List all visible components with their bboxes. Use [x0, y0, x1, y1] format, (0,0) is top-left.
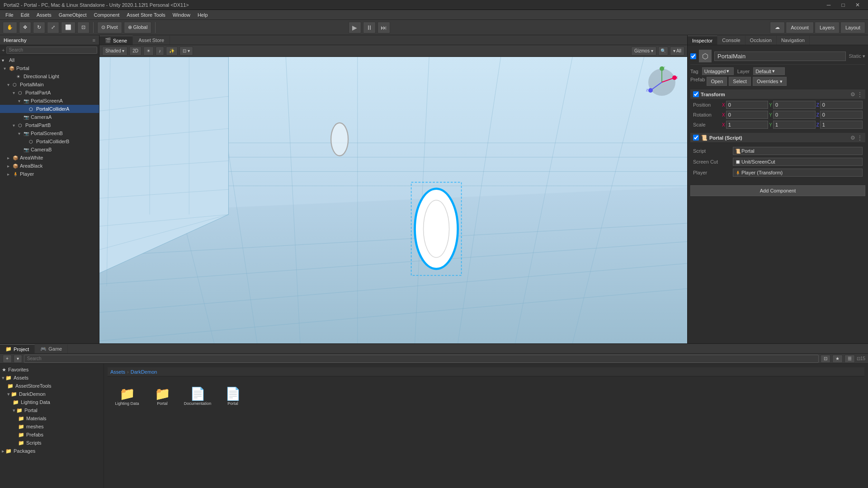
transform-section-header[interactable]: Transform ⚙ ⋮ [690, 89, 865, 99]
transform-active-check[interactable] [693, 91, 699, 97]
file-documentation[interactable]: 📄 Documentation [182, 380, 213, 412]
breadcrumb-darkdemon[interactable]: DarkDemon [131, 369, 157, 375]
all-dropdown[interactable]: ▾ All [670, 47, 684, 56]
pos-y-field[interactable]: 0 [773, 101, 816, 109]
scene-view-options[interactable]: ⊡ ▾ [179, 47, 193, 56]
layout-button[interactable]: Layout [840, 22, 865, 33]
proj-prefabs[interactable]: 📁 Prefabs [0, 431, 104, 439]
hier-partA[interactable]: ▾ ⬡ PortalPartA [0, 89, 99, 97]
screencut-value-field[interactable]: 🔲 Unit/ScreenCut [733, 158, 863, 166]
proj-portal-folder[interactable]: ▾ 📁 Portal [0, 406, 104, 414]
hier-cameraA[interactable]: 📷 CameraA [0, 113, 99, 121]
portal-script-more-icon[interactable]: ⋮ [857, 135, 863, 141]
hier-directionallight[interactable]: ☀ Directional Light [0, 72, 99, 80]
project-options-btn[interactable]: ⊡ [821, 355, 830, 363]
2d-toggle[interactable]: 2D [129, 47, 142, 56]
tab-game[interactable]: 🎮Game [35, 344, 68, 353]
scene-view[interactable]: Y X Z [99, 57, 687, 343]
tab-scene[interactable]: 🎬Scene [99, 36, 133, 45]
gizmos-dropdown[interactable]: Gizmos ▾ [631, 47, 656, 56]
hierarchy-search[interactable] [6, 47, 97, 54]
menu-gameobject[interactable]: GameObject [55, 10, 90, 20]
maximize-button[interactable]: □ [836, 0, 850, 10]
step-button[interactable]: ⏭ [377, 22, 390, 33]
menu-edit[interactable]: Edit [17, 10, 33, 20]
hier-screenB[interactable]: ▾ 📷 PortalScreenB [0, 129, 99, 137]
tool-multi[interactable]: ⊡ [77, 22, 90, 33]
tag-dropdown[interactable]: Untagged ▾ [702, 67, 734, 75]
tab-console[interactable]: Console [717, 36, 745, 45]
proj-materials[interactable]: 📁 Materials [0, 414, 104, 422]
tab-project[interactable]: 📁Project [0, 344, 35, 353]
hierarchy-menu-icon[interactable]: ≡ [93, 38, 95, 43]
add-component-button[interactable]: Add Component [690, 185, 865, 196]
hier-areablack[interactable]: ▸ 📦 AreaBlack [0, 162, 99, 170]
menu-file[interactable]: File [2, 10, 17, 20]
rot-y-field[interactable]: 0 [773, 111, 816, 119]
portal-script-section-header[interactable]: 📜 Portal (Script) ⚙ ⋮ [690, 133, 865, 143]
hier-areawhite[interactable]: ▸ 📦 AreaWhite [0, 154, 99, 162]
rot-x-field[interactable]: 0 [726, 111, 769, 119]
menu-assetstoretools[interactable]: Asset Store Tools [123, 10, 169, 20]
script-value-field[interactable]: 📜 Portal [733, 147, 863, 155]
shading-dropdown[interactable]: Shaded ▾ [102, 47, 127, 56]
tool-rotate[interactable]: ↻ [33, 22, 45, 33]
scale-y-field[interactable]: 1 [773, 121, 816, 129]
play-button[interactable]: ▶ [349, 22, 361, 33]
close-button[interactable]: ✕ [851, 0, 864, 10]
file-lightingdata[interactable]: 📁 Lighting Data [111, 380, 143, 412]
fx-toggle[interactable]: ✨ [166, 47, 178, 56]
file-portal[interactable]: 📁 Portal [146, 380, 178, 412]
pos-x-field[interactable]: 0 [726, 101, 769, 109]
hier-portalmain[interactable]: ▾ ⬡ PortalMain [0, 80, 99, 89]
proj-packages[interactable]: ▸ 📁 Packages [0, 447, 104, 455]
global-button[interactable]: ⊕ Global [124, 22, 152, 33]
proj-favorites[interactable]: ★ Favorites [0, 366, 104, 374]
hier-portal[interactable]: ▾ 📦 Portal [0, 64, 99, 72]
portal-script-settings-icon[interactable]: ⚙ [850, 135, 855, 141]
tool-move[interactable]: ✥ [19, 22, 31, 33]
file-portal2[interactable]: 📄 Portal [217, 380, 249, 412]
transform-more-icon[interactable]: ⋮ [857, 91, 863, 98]
menu-help[interactable]: Help [194, 10, 212, 20]
hierarchy-add-btn[interactable]: + [2, 47, 5, 53]
pos-z-field[interactable]: 0 [820, 101, 863, 109]
object-name-field[interactable] [714, 52, 846, 61]
portal-script-active-check[interactable] [693, 135, 699, 141]
menu-window[interactable]: Window [169, 10, 194, 20]
breadcrumb-assets[interactable]: Assets [110, 369, 125, 375]
project-add-btn[interactable]: + [3, 355, 12, 363]
hier-scene-all[interactable]: ▾ All [0, 56, 99, 64]
player-value-field[interactable]: 🧍 Player (Transform) [733, 169, 863, 177]
tab-occlusion[interactable]: Occlusion [745, 36, 777, 45]
project-add-dropdown[interactable]: ▾ [14, 355, 22, 363]
hier-player[interactable]: ▸ 🧍 Player [0, 170, 99, 178]
proj-darkdemon[interactable]: ▾ 📁 DarkDemon [0, 390, 104, 398]
tool-rect[interactable]: ⬜ [61, 22, 75, 33]
layers-button[interactable]: Layers [815, 22, 840, 33]
hier-colliderA[interactable]: ⬡ PortalColliderA [0, 105, 99, 113]
pivot-button[interactable]: ⊙ Pivot [97, 22, 122, 33]
proj-meshes[interactable]: 📁 meshes [0, 422, 104, 431]
hier-partB[interactable]: ▾ ⬡ PortalPartB [0, 121, 99, 129]
menu-assets[interactable]: Assets [33, 10, 55, 20]
tab-navigation[interactable]: Navigation [777, 36, 810, 45]
hier-colliderB[interactable]: ⬡ PortalColliderB [0, 137, 99, 145]
scale-z-field[interactable]: 1 [820, 121, 863, 129]
account-button[interactable]: Account [786, 22, 814, 33]
lighting-toggle[interactable]: ☀ [143, 47, 154, 56]
tab-assetstore[interactable]: Asset Store [133, 36, 170, 45]
search-scene[interactable]: 🔍 [658, 47, 668, 56]
minimize-button[interactable]: ─ [822, 0, 835, 10]
layer-dropdown[interactable]: Default ▾ [753, 67, 785, 75]
project-search-input[interactable] [24, 355, 819, 363]
select-button[interactable]: Select [729, 77, 751, 86]
scale-x-field[interactable]: 1 [726, 121, 769, 129]
project-fav-btn[interactable]: ★ [832, 355, 843, 363]
rot-z-field[interactable]: 0 [820, 111, 863, 119]
overrides-button[interactable]: Overrides ▾ [753, 77, 787, 86]
tool-scale[interactable]: ⤢ [47, 22, 59, 33]
proj-lightingdata[interactable]: 📁 Lighting Data [0, 398, 104, 406]
transform-settings-icon[interactable]: ⚙ [850, 91, 855, 98]
proj-assets[interactable]: ▾ 📁 Assets [0, 374, 104, 382]
